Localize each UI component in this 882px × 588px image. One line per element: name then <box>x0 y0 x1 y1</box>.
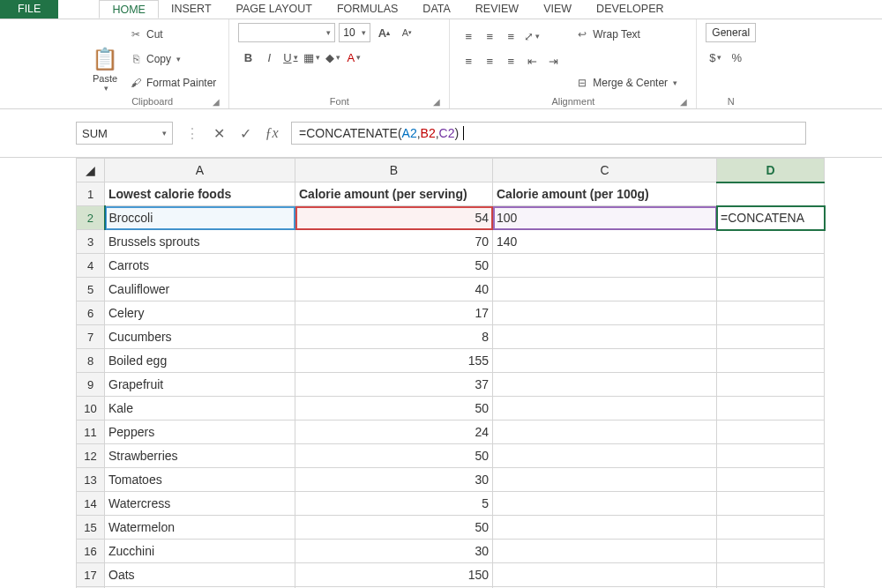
tab-review[interactable]: REVIEW <box>463 0 531 19</box>
cell[interactable]: Boiled egg <box>105 349 295 373</box>
cell[interactable]: 50 <box>295 254 493 278</box>
fill-color-button[interactable]: ◆▾ <box>323 48 342 67</box>
cell[interactable] <box>717 444 825 468</box>
font-color-button[interactable]: A▾ <box>344 48 363 67</box>
font-size-select[interactable]: 10▾ <box>339 23 370 42</box>
paste-button[interactable]: 📋 Paste ▾ <box>85 23 125 94</box>
number-format-select[interactable]: General <box>706 23 756 42</box>
cell[interactable]: Lowest calorie foods <box>105 182 295 206</box>
enter-button[interactable]: ✓ <box>233 122 258 145</box>
row-header[interactable]: 8 <box>77 349 105 373</box>
tab-developer[interactable]: DEVELOPER <box>584 0 676 19</box>
row-header[interactable]: 16 <box>77 540 105 563</box>
cell[interactable] <box>493 301 717 325</box>
cell[interactable]: Watercress <box>105 492 295 516</box>
orientation-button[interactable]: ⤢▾ <box>522 26 542 46</box>
cell[interactable]: Celery <box>105 301 295 325</box>
row-header[interactable]: 5 <box>77 278 105 301</box>
row-header[interactable]: 13 <box>77 468 105 492</box>
cell[interactable] <box>493 468 717 492</box>
cell[interactable] <box>493 516 717 540</box>
italic-button[interactable]: I <box>259 48 279 67</box>
row-header[interactable]: 1 <box>77 182 105 206</box>
row-header[interactable]: 3 <box>77 230 105 254</box>
cell[interactable]: Peppers <box>105 421 295 444</box>
cell[interactable] <box>493 444 717 468</box>
cell[interactable]: 5 <box>295 492 493 516</box>
cell[interactable]: =CONCATENA <box>717 206 825 230</box>
align-top-button[interactable]: ≡ <box>459 26 478 46</box>
cell[interactable]: 155 <box>295 349 493 373</box>
dialog-launcher-icon[interactable]: ◢ <box>213 97 220 107</box>
cell[interactable]: Cauliflower <box>105 278 295 301</box>
cell[interactable]: 40 <box>295 278 493 301</box>
cell[interactable]: Tomatoes <box>105 468 295 492</box>
cell[interactable] <box>717 373 825 397</box>
cell[interactable]: Oats <box>105 563 295 587</box>
merge-center-button[interactable]: ⊟Merge & Center▾ <box>575 73 677 93</box>
dialog-launcher-icon[interactable]: ◢ <box>680 97 687 107</box>
cell[interactable]: 54 <box>295 206 493 230</box>
cell[interactable]: Kale <box>105 397 295 421</box>
cell[interactable] <box>493 325 717 349</box>
cell[interactable]: 100 <box>493 206 717 230</box>
cut-button[interactable]: ✂Cut <box>129 25 216 44</box>
row-header[interactable]: 15 <box>77 516 105 540</box>
cancel-button[interactable]: ✕ <box>206 122 231 145</box>
increase-indent-button[interactable]: ⇥ <box>543 51 563 71</box>
percent-button[interactable]: % <box>727 48 746 67</box>
cell[interactable]: 30 <box>295 468 493 492</box>
row-header[interactable]: 11 <box>77 421 105 444</box>
cell[interactable]: Broccoli <box>105 206 295 230</box>
copy-button[interactable]: ⎘Copy▾ <box>129 49 216 69</box>
dialog-launcher-icon[interactable]: ◢ <box>433 97 440 107</box>
row-header[interactable]: 6 <box>77 301 105 325</box>
cell[interactable] <box>717 516 825 540</box>
row-header[interactable]: 14 <box>77 492 105 516</box>
row-header[interactable]: 9 <box>77 373 105 397</box>
cell[interactable]: 17 <box>295 301 493 325</box>
cell[interactable]: Brussels sprouts <box>105 230 295 254</box>
cell[interactable] <box>493 563 717 587</box>
cell[interactable]: 50 <box>295 516 493 540</box>
cell[interactable]: Calorie amount (per 100g) <box>493 182 717 206</box>
cell[interactable] <box>717 540 825 563</box>
cell[interactable] <box>493 492 717 516</box>
cell[interactable] <box>717 421 825 444</box>
cell[interactable] <box>493 278 717 301</box>
cell[interactable] <box>493 397 717 421</box>
cell[interactable] <box>493 540 717 563</box>
cell[interactable]: 50 <box>295 397 493 421</box>
cell[interactable] <box>717 349 825 373</box>
cell[interactable] <box>717 563 825 587</box>
column-header-c[interactable]: C <box>493 159 717 182</box>
cell[interactable]: Watermelon <box>105 516 295 540</box>
column-header-a[interactable]: A <box>105 159 295 182</box>
cell[interactable] <box>717 468 825 492</box>
decrease-font-button[interactable]: A▾ <box>397 23 416 42</box>
currency-button[interactable]: $▾ <box>706 48 725 67</box>
cell[interactable] <box>493 421 717 444</box>
cell[interactable]: Strawberries <box>105 444 295 468</box>
cell[interactable]: 140 <box>493 230 717 254</box>
cell[interactable] <box>493 349 717 373</box>
cell[interactable] <box>493 373 717 397</box>
select-all-corner[interactable]: ◢ <box>77 159 105 182</box>
tab-home[interactable]: HOME <box>99 0 159 19</box>
cell[interactable] <box>717 182 825 206</box>
cell[interactable] <box>717 492 825 516</box>
bold-button[interactable]: B <box>238 48 258 67</box>
fx-button[interactable]: ƒx <box>259 122 284 145</box>
cell[interactable] <box>717 397 825 421</box>
cell[interactable]: 50 <box>295 444 493 468</box>
cell[interactable]: 30 <box>295 540 493 563</box>
tab-formulas[interactable]: FORMULAS <box>325 0 410 19</box>
cell[interactable]: Cucumbers <box>105 325 295 349</box>
cell[interactable] <box>717 278 825 301</box>
cell[interactable]: 37 <box>295 373 493 397</box>
cell[interactable]: Grapefruit <box>105 373 295 397</box>
underline-button[interactable]: U▾ <box>280 48 300 67</box>
align-bottom-button[interactable]: ≡ <box>501 26 520 46</box>
cell[interactable]: Carrots <box>105 254 295 278</box>
tab-view[interactable]: VIEW <box>531 0 584 19</box>
